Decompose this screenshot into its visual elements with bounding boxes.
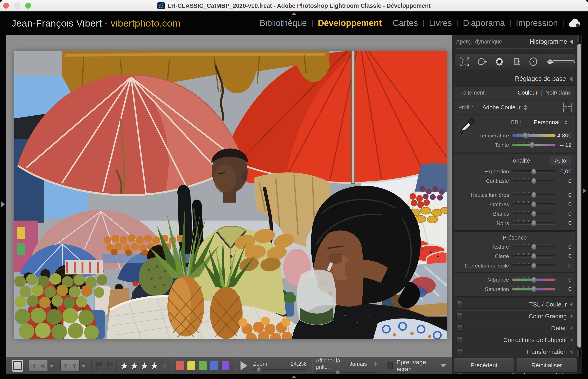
collapse-triangle-icon[interactable] — [570, 39, 573, 44]
spot-removal-icon[interactable] — [477, 57, 487, 67]
slider-track[interactable] — [512, 144, 556, 146]
right-panel-collapsed-strip[interactable] — [582, 35, 588, 379]
photo-market-scene[interactable]: S KING' S ♛ COLLECTION — [14, 51, 447, 339]
module-biblioth-que[interactable]: Bibliothèque — [260, 18, 307, 28]
loupe-view-button[interactable] — [12, 360, 23, 372]
treatment-bw-option[interactable]: Noir/blanc — [545, 89, 571, 96]
zoom-slider[interactable] — [253, 369, 306, 371]
pick-flag-icon[interactable] — [95, 362, 102, 370]
panel-disclosure-icon[interactable] — [570, 315, 572, 318]
panel-disclosure-icon[interactable] — [570, 338, 572, 342]
identity-site-link[interactable]: vibertphoto.com — [111, 18, 181, 29]
module-livres[interactable]: Livres — [429, 18, 452, 28]
slider-thumb[interactable] — [531, 192, 537, 198]
slider-track[interactable] — [512, 265, 556, 267]
slider-track[interactable] — [512, 288, 556, 290]
panel-disclosure-icon[interactable] — [570, 350, 572, 354]
panel-header-corrections-de-l-objectif[interactable]: Corrections de l'objectif — [454, 334, 575, 346]
slider-thumb[interactable] — [531, 210, 537, 217]
treatment-color-option[interactable]: Couleur — [518, 89, 538, 96]
updown-arrows-icon[interactable] — [524, 105, 527, 110]
slider-thumb[interactable] — [531, 286, 537, 292]
star-icon[interactable]: ★ — [150, 361, 159, 370]
panel-disclosure-icon[interactable] — [570, 303, 572, 306]
panel-header-transformation[interactable]: Transformation — [454, 346, 575, 358]
view-button-y[interactable]: Y — [70, 360, 79, 371]
color-label-swatch[interactable] — [221, 361, 230, 370]
module-cartes[interactable]: Cartes — [393, 18, 418, 28]
slider-track[interactable] — [512, 170, 556, 173]
reject-flag-icon[interactable]: × — [106, 362, 113, 370]
slider-track[interactable] — [512, 180, 556, 182]
cloud-sync-icon[interactable]: ! — [569, 19, 581, 27]
color-label-swatch[interactable] — [199, 361, 207, 370]
star-icon[interactable]: ★ — [140, 361, 148, 370]
updown-arrows-icon[interactable] — [564, 120, 568, 125]
slider-track[interactable] — [512, 222, 556, 224]
top-panel-reveal-arrow[interactable] — [292, 12, 297, 15]
slider-track[interactable] — [512, 279, 556, 281]
slider-track[interactable] — [512, 255, 556, 257]
soft-proof-checkbox[interactable] — [387, 363, 393, 369]
panel-header-tsl-couleur[interactable]: TSL / Couleur — [454, 299, 575, 310]
star-rating[interactable]: ★★★★★ — [120, 361, 169, 370]
panel-scrollbar-thumb[interactable] — [577, 44, 581, 347]
slider-thumb[interactable] — [531, 244, 537, 250]
panel-disclosure-icon[interactable] — [570, 326, 572, 330]
color-label-swatch[interactable] — [187, 361, 195, 370]
left-panel-reveal-arrow[interactable] — [1, 201, 5, 207]
histogram-collapsed-strip[interactable] — [454, 48, 575, 51]
graduated-filter-icon[interactable] — [512, 57, 521, 67]
slider-thumb[interactable] — [531, 168, 537, 175]
color-label-swatch[interactable] — [210, 361, 218, 370]
radial-filter-icon[interactable] — [529, 57, 538, 67]
slider-thumb[interactable] — [531, 253, 537, 260]
star-icon[interactable]: ★ — [130, 361, 139, 370]
impromptu-slideshow-icon[interactable] — [241, 361, 248, 370]
basic-panel-header[interactable]: Réglages de base — [515, 75, 566, 82]
panel-toggle-switch[interactable] — [457, 313, 462, 320]
slider-thumb[interactable] — [523, 132, 529, 139]
filmstrip-reveal-arrow[interactable] — [292, 375, 296, 378]
view-button-a[interactable]: A — [38, 360, 47, 371]
panel-toggle-switch[interactable] — [457, 348, 462, 355]
previous-button[interactable]: Précédent — [454, 358, 514, 372]
reference-view-caret-icon[interactable] — [50, 365, 53, 367]
star-icon[interactable]: ★ — [160, 361, 169, 370]
show-grid-dropdown[interactable]: Jamais — [349, 361, 367, 367]
histogram-panel-header[interactable]: Histogramme — [530, 38, 573, 45]
panel-header-color-grading[interactable]: Color Grading — [454, 310, 575, 322]
slider-track[interactable] — [512, 246, 556, 248]
module-d-veloppement[interactable]: Développement — [318, 18, 382, 28]
red-eye-icon[interactable] — [495, 57, 504, 67]
white-balance-eyedropper-icon[interactable] — [457, 117, 476, 138]
zoom-window-button[interactable] — [25, 3, 31, 9]
slider-thumb[interactable] — [531, 276, 537, 283]
view-button-y[interactable]: Y — [61, 360, 70, 371]
minimize-window-button[interactable] — [14, 3, 20, 9]
panel-toggle-switch[interactable] — [457, 336, 462, 344]
slider-thumb[interactable] — [531, 262, 537, 269]
color-label-swatches[interactable] — [176, 361, 230, 370]
view-button-r[interactable]: R — [29, 360, 38, 371]
reference-view-buttons[interactable]: RA — [29, 360, 48, 372]
zoom-slider-thumb[interactable] — [256, 367, 262, 373]
slider-track[interactable] — [512, 213, 556, 215]
reset-button[interactable]: Réinitialiser — [517, 358, 577, 372]
identity-plate[interactable]: Jean-François Vibert - vibertphoto.com — [11, 17, 181, 29]
module-diaporama[interactable]: Diaporama — [463, 18, 505, 28]
color-label-swatch[interactable] — [176, 361, 184, 370]
grid-size-slider[interactable] — [316, 372, 377, 374]
panel-toggle-switch[interactable] — [457, 301, 462, 308]
slider-thumb[interactable] — [531, 220, 537, 226]
slider-thumb[interactable] — [531, 178, 537, 184]
star-icon[interactable]: ★ — [120, 361, 128, 370]
crop-overlay-icon[interactable] — [460, 57, 469, 67]
before-after-view-buttons[interactable]: YY — [61, 360, 80, 372]
close-window-button[interactable] — [3, 3, 9, 9]
slider-track[interactable] — [512, 134, 556, 137]
updown-arrows-icon[interactable] — [374, 362, 377, 366]
toolbar-options-caret-icon[interactable] — [440, 364, 446, 367]
slider-thumb[interactable] — [529, 142, 535, 148]
panel-toggle-switch[interactable] — [457, 325, 462, 332]
